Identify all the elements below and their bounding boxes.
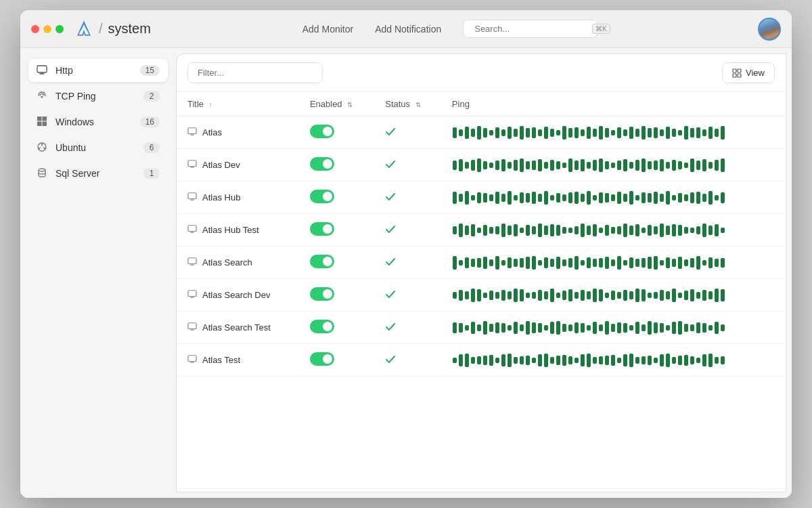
table-row[interactable]: Atlas bbox=[177, 117, 786, 149]
status-icon bbox=[385, 291, 396, 301]
monitor-status-cell bbox=[374, 117, 441, 149]
table-row[interactable]: Atlas Search Test bbox=[177, 312, 786, 344]
monitor-row-icon bbox=[187, 224, 197, 236]
sidebar-item-windows[interactable]: Windows 16 bbox=[28, 110, 168, 133]
ubuntu-icon bbox=[37, 142, 49, 154]
enabled-toggle[interactable] bbox=[310, 287, 334, 301]
col-title[interactable]: Title ↑ bbox=[177, 92, 299, 117]
monitor-ping-cell bbox=[441, 279, 786, 312]
svg-rect-7 bbox=[43, 117, 47, 121]
table-row[interactable]: Atlas Hub bbox=[177, 182, 786, 214]
enabled-toggle[interactable] bbox=[310, 125, 334, 138]
monitor-name-label: Atlas Hub bbox=[202, 192, 240, 203]
monitor-enabled-cell[interactable] bbox=[299, 214, 374, 247]
col-enabled[interactable]: Enabled ⇅ bbox=[299, 92, 374, 117]
monitor-name-label: Atlas bbox=[202, 127, 222, 137]
maximize-button[interactable] bbox=[55, 25, 64, 33]
sidebar-item-http[interactable]: Http 15 bbox=[28, 59, 168, 82]
table-header-row: Title ↑ Enabled ⇅ Status ⇅ bbox=[177, 92, 786, 117]
view-button[interactable]: View bbox=[722, 62, 775, 83]
monitor-ping-cell bbox=[441, 182, 786, 214]
sidebar-label-ubuntu: Ubuntu bbox=[55, 142, 137, 153]
monitor-enabled-cell[interactable] bbox=[299, 312, 374, 344]
view-button-label: View bbox=[746, 68, 765, 78]
sidebar-item-sql-server[interactable]: Sql Server 1 bbox=[28, 162, 168, 185]
table-row[interactable]: Atlas Hub Test bbox=[177, 214, 786, 247]
sidebar-item-tcp-ping[interactable]: TCP Ping 2 bbox=[28, 85, 168, 108]
table-row[interactable]: Atlas Search Dev bbox=[177, 279, 786, 312]
search-input[interactable] bbox=[474, 24, 588, 34]
svg-rect-8 bbox=[37, 122, 42, 127]
enabled-toggle[interactable] bbox=[310, 255, 334, 268]
monitor-enabled-cell[interactable] bbox=[299, 182, 374, 214]
sidebar-label-sql: Sql Server bbox=[55, 168, 137, 179]
svg-rect-22 bbox=[188, 161, 196, 167]
ping-bars bbox=[452, 288, 775, 303]
kbd-shortcut: ⌘K bbox=[592, 24, 610, 34]
col-ping: Ping bbox=[441, 92, 786, 117]
add-monitor-link[interactable]: Add Monitor bbox=[302, 24, 353, 35]
monitor-name-cell: Atlas Dev bbox=[177, 149, 299, 182]
monitor-name-cell: Atlas Search Dev bbox=[177, 279, 299, 312]
sidebar-label-tcp: TCP Ping bbox=[55, 91, 137, 102]
table-body: Atlas bbox=[177, 117, 786, 377]
monitor-name-label: Atlas Dev bbox=[202, 160, 240, 170]
svg-point-14 bbox=[39, 169, 45, 171]
table-row[interactable]: Atlas Test bbox=[177, 344, 786, 377]
monitor-enabled-cell[interactable] bbox=[299, 149, 374, 182]
sidebar-label-windows: Windows bbox=[55, 117, 133, 127]
svg-point-12 bbox=[44, 148, 45, 149]
table-container: Title ↑ Enabled ⇅ Status ⇅ bbox=[177, 92, 786, 492]
avatar[interactable] bbox=[758, 18, 781, 41]
monitor-icon bbox=[37, 64, 49, 77]
table-row[interactable]: Atlas Search bbox=[177, 247, 786, 279]
monitor-enabled-cell[interactable] bbox=[299, 117, 374, 149]
app-window: / system Add Monitor Add Notification ⌘K bbox=[20, 10, 792, 498]
enabled-toggle[interactable] bbox=[310, 157, 334, 171]
sidebar-item-ubuntu[interactable]: Ubuntu 6 bbox=[28, 136, 168, 159]
status-icon bbox=[385, 356, 396, 366]
view-icon bbox=[732, 68, 742, 78]
monitor-status-cell bbox=[374, 344, 441, 377]
monitor-row-icon bbox=[187, 257, 197, 268]
monitor-row-icon bbox=[187, 192, 197, 203]
svg-rect-25 bbox=[188, 193, 196, 199]
monitor-name-label: Atlas Test bbox=[202, 355, 240, 365]
monitor-enabled-cell[interactable] bbox=[299, 247, 374, 279]
sort-icon-enabled: ⇅ bbox=[347, 101, 353, 108]
monitor-name-label: Atlas Search Test bbox=[202, 322, 271, 333]
status-icon bbox=[385, 323, 396, 334]
ping-bars bbox=[452, 353, 775, 368]
table-row[interactable]: Atlas Dev bbox=[177, 149, 786, 182]
ping-bars bbox=[452, 255, 775, 270]
filter-input[interactable] bbox=[187, 62, 323, 83]
status-icon bbox=[385, 161, 396, 171]
svg-rect-19 bbox=[188, 128, 196, 134]
monitor-enabled-cell[interactable] bbox=[299, 344, 374, 377]
minimize-button[interactable] bbox=[43, 25, 51, 33]
svg-rect-18 bbox=[738, 74, 741, 77]
col-status[interactable]: Status ⇅ bbox=[374, 92, 441, 117]
ping-bars bbox=[452, 158, 775, 173]
enabled-toggle[interactable] bbox=[310, 190, 334, 203]
add-notification-link[interactable]: Add Notification bbox=[375, 24, 441, 35]
svg-rect-6 bbox=[37, 117, 42, 121]
status-icon bbox=[385, 226, 396, 236]
enabled-toggle[interactable] bbox=[310, 352, 334, 366]
search-box[interactable]: ⌘K bbox=[463, 20, 598, 38]
enabled-toggle[interactable] bbox=[310, 320, 334, 333]
title-bar: / system Add Monitor Add Notification ⌘K bbox=[20, 10, 792, 48]
monitor-name-label: Atlas Search bbox=[202, 257, 252, 268]
main-content: Http 15 TCP Ping 2 bbox=[20, 48, 792, 498]
monitor-row-icon bbox=[187, 127, 197, 138]
content-area: View Title ↑ Enabled ⇅ bbox=[176, 54, 786, 492]
close-button[interactable] bbox=[31, 25, 39, 33]
sidebar-badge-ubuntu: 6 bbox=[143, 142, 160, 153]
traffic-lights bbox=[31, 25, 64, 33]
enabled-toggle[interactable] bbox=[310, 222, 334, 236]
monitor-ping-cell bbox=[441, 344, 786, 377]
monitor-enabled-cell[interactable] bbox=[299, 279, 374, 312]
avatar-image bbox=[759, 19, 780, 39]
brand-logo[interactable] bbox=[74, 20, 93, 39]
ping-bars bbox=[452, 223, 775, 238]
